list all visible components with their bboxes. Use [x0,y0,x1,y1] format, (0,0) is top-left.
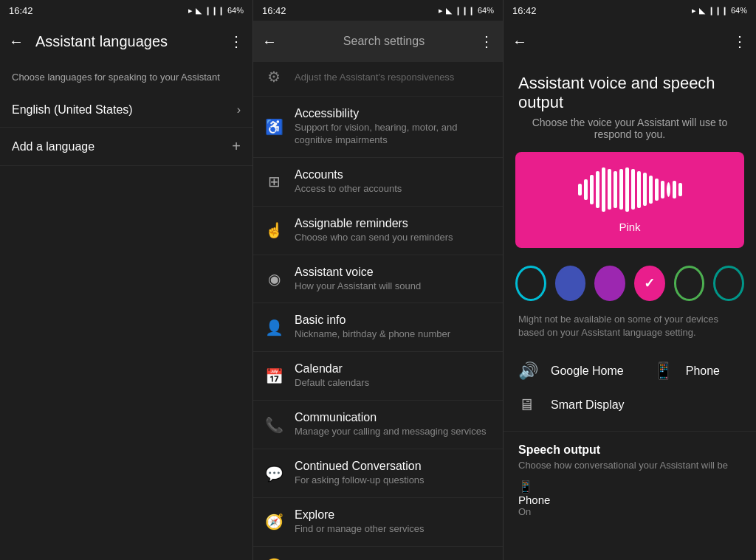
reminders-subtitle: Choose who can send you reminders [295,232,491,244]
wave-bar [614,171,617,208]
wave-bar [643,173,647,206]
wave-bar [667,182,670,197]
list-item-assignable-reminders[interactable]: ☝ Assignable reminders Choose who can se… [253,207,503,255]
wave-bar [584,179,588,200]
status-bar-3: 16:42 ▸ ◣ ❙❙❙ 64% [504,0,756,21]
wave-bar [619,169,623,210]
phone-icon: 📱 [653,362,674,381]
google-home-label: Google Home [551,364,624,378]
smart-display-label: Smart Display [551,398,625,412]
color-circle-pink[interactable] [634,266,665,301]
status-bar-2: 16:42 ▸ ◣ ❙❙❙ 64% [253,0,503,21]
list-item-accounts[interactable]: ⊞ Accounts Access to other accounts [253,158,503,207]
back-button-3[interactable]: ← [512,33,527,50]
voice-icon: ◉ [265,270,283,288]
menu-button-1[interactable]: ⋮ [229,32,244,50]
color-circle-teal[interactable] [713,266,744,301]
communication-subtitle: Manage your calling and messaging servic… [295,426,491,438]
color-circle-blue[interactable] [555,266,586,301]
face-match-icon: 😊 [265,557,283,560]
speech-output-title: Speech output [518,443,741,457]
plus-icon: + [232,138,241,155]
list-item-basic-info[interactable]: 👤 Basic info Nickname, birthday & phone … [253,303,503,352]
menu-button-3[interactable]: ⋮ [732,32,747,50]
phone-label: Phone [686,364,720,378]
responsiveness-subtitle: Adjust the Assistant's responsiveness [295,72,491,84]
subtitle-1: Choose languages for speaking to your As… [0,62,252,93]
wave-bar [596,171,599,208]
list-item-accessibility[interactable]: ♿ Accessibility Support for vision, hear… [253,97,503,158]
color-circle-green[interactable] [674,266,705,301]
accounts-icon: ⊞ [265,173,283,190]
speech-phone-name: Phone [518,494,741,506]
voice-output-subtitle: Choose the voice your Assistant will use… [518,117,741,140]
bluetooth-icon: ▸ [188,6,193,15]
battery-icon-3: 64% [731,6,747,15]
language-list: English (United States) › Add a language… [0,93,252,560]
bluetooth-icon-3: ▸ [692,6,696,15]
status-time-3: 16:42 [512,5,537,16]
google-home-icon: 🔊 [518,362,539,381]
status-time-1: 16:42 [9,5,33,16]
list-item-responsiveness[interactable]: ⚙ Adjust the Assistant's responsiveness [253,62,503,97]
status-icons-3: ▸ ◣ ❙❙❙ 64% [692,6,747,15]
color-selector [504,254,756,313]
status-time-2: 16:42 [262,5,286,16]
list-item-english[interactable]: English (United States) › [0,93,252,128]
settings-list: ⚙ Adjust the Assistant's responsiveness … [253,62,503,560]
wave-bar [655,179,659,201]
communication-title: Communication [295,411,491,424]
wave-bar [661,181,664,198]
search-input[interactable]: Search settings [289,35,479,48]
wave-bar [590,175,594,204]
status-icons-1: ▸ ◣ ❙❙❙ 64% [188,6,244,15]
calendar-subtitle: Default calendars [295,377,491,390]
search-bar[interactable]: ← Search settings ⋮ [253,21,503,62]
basic-info-subtitle: Nickname, birthday & phone number [295,328,491,341]
device-item-smart-display: 🖥 Smart Display [518,388,741,422]
accessibility-icon: ♿ [265,118,283,136]
basic-info-icon: 👤 [265,319,283,336]
conversation-title: Continued Conversation [295,460,491,473]
smart-display-icon: 🖥 [518,395,539,415]
accessibility-title: Accessibility [295,107,491,120]
list-item-assistant-voice[interactable]: ◉ Assistant voice How your Assistant wil… [253,255,503,304]
page-title-1: Assistant languages [35,33,229,50]
section-divider [504,431,756,432]
top-bar-1: ← Assistant languages ⋮ [0,21,252,62]
voice-header: Assistant voice and speech output Choose… [504,62,756,146]
wave-bar [631,169,635,210]
search-menu-button[interactable]: ⋮ [479,32,494,50]
reminders-icon: ☝ [265,221,283,239]
waveform-container: Pink [515,152,744,248]
wifi-icon: ◣ [196,6,202,15]
wave-bar [578,184,582,196]
waveform [578,167,682,212]
back-button-1[interactable]: ← [9,33,24,50]
explore-icon: 🧭 [265,513,283,530]
voice-output-title: Assistant voice and speech output [518,74,741,112]
status-bar-1: 16:42 ▸ ◣ ❙❙❙ 64% [0,0,252,21]
availability-note: Might not be available on some of your d… [504,313,756,348]
back-button-2[interactable]: ← [262,33,277,50]
accounts-title: Accounts [295,168,491,182]
color-circle-cyan[interactable] [515,266,546,301]
color-circle-purple[interactable] [594,266,625,301]
reminders-title: Assignable reminders [295,217,491,230]
wave-bar [678,183,682,196]
speech-device-phone[interactable]: 📱 Phone On [504,474,756,523]
conversation-icon: 💬 [265,465,283,483]
list-item-add-language[interactable]: Add a language + [0,128,252,166]
wave-bar [637,171,641,208]
voice-subtitle: How your Assistant will sound [295,280,491,293]
list-item-calendar[interactable]: 📅 Calendar Default calendars [253,352,503,401]
list-item-continued-conversation[interactable]: 💬 Continued Conversation For asking foll… [253,449,503,498]
wave-bar [625,167,629,212]
speech-output-section: Speech output Choose how conversational … [504,435,756,474]
explore-title: Explore [295,508,491,522]
calendar-title: Calendar [295,362,491,376]
list-item-face-match[interactable]: 😊 Face Match [253,547,503,560]
add-language-title: Add a language [12,140,232,153]
list-item-explore[interactable]: 🧭 Explore Find or manage other services [253,498,503,547]
list-item-communication[interactable]: 📞 Communication Manage your calling and … [253,401,503,449]
